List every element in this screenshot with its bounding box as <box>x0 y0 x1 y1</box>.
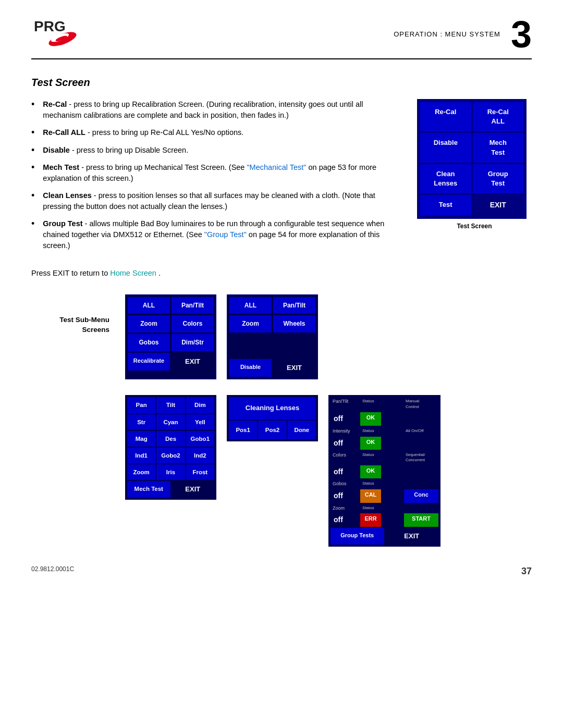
mech-btn-grid: Pan Tilt Dim Str Cyan Yell Mag Des Gobo1… <box>127 397 214 479</box>
mech-gobo2-btn[interactable]: Gobo2 <box>156 448 185 463</box>
gr-intensity-label: Intensity <box>331 427 359 436</box>
bold-recalall: Re-Call ALL <box>43 128 85 137</box>
bold-cleanlenses: Clean Lenses <box>43 191 92 200</box>
ts-disable-btn[interactable]: Disable <box>420 133 471 162</box>
mech-dim-btn[interactable]: Dim <box>186 397 214 413</box>
disable-bottom: Disable EXIT <box>229 359 315 377</box>
gr-intensity-spacer <box>382 427 403 436</box>
link-group-test[interactable]: "Group Test" <box>204 230 247 239</box>
gr-pantilt-ok: OK <box>360 412 381 426</box>
bullet-grouptest: Group Test - allows multiple Bad Boy lum… <box>31 218 401 251</box>
clean-bottom-row: Pos1 Pos2 Done <box>229 421 316 439</box>
clean-pos1-btn[interactable]: Pos1 <box>229 421 257 439</box>
ts-group-test-btn[interactable]: GroupTest <box>473 164 524 193</box>
ts-test-btn[interactable]: Test <box>420 195 471 216</box>
operation-label: Operation : Menu System <box>394 30 500 39</box>
bullet-grouptest-text: Group Test - allows multiple Bad Boy lum… <box>43 218 401 251</box>
gr-conc-btn[interactable]: Conc <box>404 489 438 503</box>
link-mech-test[interactable]: "Mechanical Test" <box>247 163 306 171</box>
gr-colors-ok: OK <box>360 465 381 479</box>
disable-zoom-btn[interactable]: Zoom <box>229 315 272 332</box>
mech-str-btn[interactable]: Str <box>127 414 155 430</box>
ts-mech-test-btn[interactable]: MechTest <box>473 133 524 162</box>
mech-mag-btn[interactable]: Mag <box>127 431 155 447</box>
test-screen-panel: Re-Cal Re-CalALL Disable MechTest CleanL… <box>417 99 527 219</box>
recalibrate-panel: ALL Pan/Tilt Zoom Colors Gobos Dim/Str R… <box>125 294 216 380</box>
recal-gobos-btn[interactable]: Gobos <box>128 334 170 351</box>
mech-ind2-btn[interactable]: Ind2 <box>186 448 214 463</box>
gr-colors-off: off <box>331 465 359 479</box>
gr-gobos-status-label: Status <box>360 479 381 488</box>
bullet-disable: Disable - press to bring up Disable Scre… <box>31 145 401 156</box>
group-tests-btn[interactable]: Group Tests <box>331 528 384 545</box>
group-row-intensity: Intensity Status All On/Off <box>331 427 438 436</box>
header-divider <box>31 58 532 59</box>
disable-exit-btn[interactable]: EXIT <box>273 359 315 377</box>
disable-spacer <box>229 334 315 359</box>
recalibrate-btn[interactable]: Recalibrate <box>128 353 170 371</box>
gr-sequential: Sequential/Concurrent <box>404 451 438 464</box>
ts-exit-btn[interactable]: EXIT <box>473 195 524 216</box>
recal-colors-btn[interactable]: Colors <box>172 315 214 332</box>
mech-test-label-btn[interactable]: Mech Test <box>127 481 170 498</box>
group-tests-panel: Pan/Tilt Status ManualControl off OK Int… <box>328 395 440 547</box>
bullet-recalall-text: Re-Call ALL - press to bring up Re-Cal A… <box>43 127 243 139</box>
mech-tilt-btn[interactable]: Tilt <box>156 397 185 413</box>
home-screen-link[interactable]: Home Screen <box>110 269 156 277</box>
group-exit-btn[interactable]: EXIT <box>385 528 439 545</box>
gr-gobos-off: off <box>331 489 359 503</box>
gr-manual-control: ManualControl <box>404 397 438 411</box>
page-number: 37 <box>521 565 532 578</box>
gr-zoom-label: Zoom <box>331 504 359 513</box>
gr-pantilt-spacer <box>382 397 403 411</box>
disable-btn[interactable]: Disable <box>229 359 272 377</box>
ts-recal-btn[interactable]: Re-Cal <box>420 102 471 131</box>
recal-dimstr-btn[interactable]: Dim/Str <box>172 334 214 351</box>
recal-all-btn[interactable]: ALL <box>128 297 170 314</box>
mech-yell-btn[interactable]: Yell <box>186 414 214 430</box>
mech-gobo1-btn[interactable]: Gobo1 <box>186 431 214 447</box>
mech-cyan-btn[interactable]: Cyan <box>156 414 185 430</box>
bold-mechtest: Mech Test <box>43 163 79 171</box>
gr-zoom-err: ERR <box>360 513 381 527</box>
disable-pantilt-btn[interactable]: Pan/Tilt <box>273 297 315 314</box>
bullet-mechtest: Mech Test - press to bring up Mechanical… <box>31 162 401 184</box>
ts-clean-lenses-btn[interactable]: CleanLenses <box>420 164 471 193</box>
gr-allonoff: All On/Off <box>404 427 438 436</box>
clean-done-btn[interactable]: Done <box>288 421 316 439</box>
press-exit-text: Press EXIT to return to <box>31 269 110 277</box>
group-row-pantilt-vals: off OK <box>331 412 438 426</box>
recal-pantilt-btn[interactable]: Pan/Tilt <box>172 297 214 314</box>
recal-zoom-btn[interactable]: Zoom <box>128 315 170 332</box>
mech-frost-btn[interactable]: Frost <box>186 464 214 480</box>
bold-recal: Re-Cal <box>43 100 67 108</box>
clean-pos2-btn[interactable]: Pos2 <box>258 421 286 439</box>
gr-gobos-spacer <box>382 479 403 488</box>
group-row-intensity-vals: off OK <box>331 437 438 450</box>
mech-iris-btn[interactable]: Iris <box>156 464 185 480</box>
recal-bottom: Recalibrate EXIT <box>128 353 214 371</box>
chapter-number: 3 <box>511 16 532 53</box>
bullet-cleanlenses: Clean Lenses - press to position lenses … <box>31 190 401 212</box>
gr-zoom-spacer2 <box>382 513 403 527</box>
mech-pan-btn[interactable]: Pan <box>127 397 155 413</box>
gr-zoom-off: off <box>331 513 359 527</box>
gr-intensity-status-label: Status <box>360 427 381 436</box>
recal-exit-btn[interactable]: EXIT <box>172 353 214 371</box>
submenu-label: Test Sub-Menu Screens <box>31 294 115 335</box>
gr-start-btn[interactable]: START <box>404 513 438 527</box>
disable-all-btn[interactable]: ALL <box>229 297 272 314</box>
clean-lenses-title: Cleaning Lenses <box>229 397 316 419</box>
ts-recal-all-btn[interactable]: Re-CalALL <box>473 102 524 131</box>
mech-exit-btn[interactable]: EXIT <box>172 481 215 498</box>
mech-ind1-btn[interactable]: Ind1 <box>127 448 155 463</box>
gr-zoom-spacer <box>382 504 403 513</box>
group-row-zoom: Zoom Status <box>331 504 438 513</box>
mech-zoom-btn[interactable]: Zoom <box>127 464 155 480</box>
disable-wheels-btn[interactable]: Wheels <box>273 315 315 332</box>
mech-des-btn[interactable]: Des <box>156 431 185 447</box>
bold-grouptest: Group Test <box>43 219 82 228</box>
bullet-mechtest-text: Mech Test - press to bring up Mechanical… <box>43 162 401 184</box>
press-exit-period: . <box>158 269 161 277</box>
page-header: PRG Operation : Menu System 3 <box>31 16 532 53</box>
